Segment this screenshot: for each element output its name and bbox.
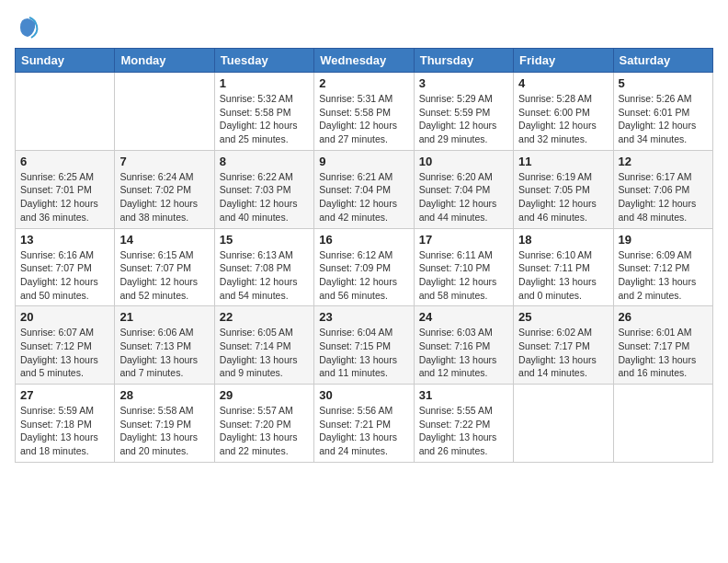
calendar-cell: 22Sunrise: 6:05 AMSunset: 7:14 PMDayligh…	[214, 306, 313, 385]
calendar-cell: 4Sunrise: 5:28 AMSunset: 6:00 PMDaylight…	[514, 73, 613, 151]
calendar-cell: 27Sunrise: 5:59 AMSunset: 7:18 PMDayligh…	[16, 385, 115, 463]
day-number: 12	[619, 155, 708, 168]
day-detail: Sunrise: 6:05 AMSunset: 7:14 PMDaylight:…	[220, 326, 309, 380]
calendar-cell: 28Sunrise: 5:58 AMSunset: 7:19 PMDayligh…	[115, 385, 214, 463]
calendar-cell: 13Sunrise: 6:16 AMSunset: 7:07 PMDayligh…	[16, 228, 115, 306]
calendar-cell: 20Sunrise: 6:07 AMSunset: 7:12 PMDayligh…	[16, 306, 115, 385]
calendar-cell: 3Sunrise: 5:29 AMSunset: 5:59 PMDaylight…	[414, 73, 513, 151]
weekday-header-sunday: Sunday	[16, 49, 115, 73]
day-detail: Sunrise: 6:06 AMSunset: 7:13 PMDaylight:…	[119, 326, 209, 380]
calendar-cell: 18Sunrise: 6:10 AMSunset: 7:11 PMDayligh…	[514, 228, 613, 306]
day-number: 21	[119, 310, 209, 324]
day-number: 20	[20, 310, 109, 324]
calendar-cell: 17Sunrise: 6:11 AMSunset: 7:10 PMDayligh…	[414, 228, 513, 306]
day-number: 22	[220, 310, 309, 324]
day-detail: Sunrise: 6:15 AMSunset: 7:07 PMDaylight:…	[119, 248, 209, 303]
day-detail: Sunrise: 6:21 AMSunset: 7:04 PMDaylight:…	[319, 170, 408, 224]
day-number: 1	[220, 76, 309, 90]
calendar-cell: 1Sunrise: 5:32 AMSunset: 5:58 PMDaylight…	[214, 73, 313, 151]
day-detail: Sunrise: 5:29 AMSunset: 5:59 PMDaylight:…	[419, 92, 508, 146]
calendar-cell: 21Sunrise: 6:06 AMSunset: 7:13 PMDayligh…	[115, 306, 214, 385]
day-detail: Sunrise: 5:58 AMSunset: 7:19 PMDaylight:…	[119, 404, 209, 458]
calendar-cell: 25Sunrise: 6:02 AMSunset: 7:17 PMDayligh…	[514, 306, 613, 385]
day-detail: Sunrise: 6:10 AMSunset: 7:11 PMDaylight:…	[518, 248, 608, 303]
day-number: 13	[20, 233, 109, 247]
weekday-header-wednesday: Wednesday	[314, 49, 414, 73]
day-number: 19	[619, 233, 708, 247]
calendar-cell: 2Sunrise: 5:31 AMSunset: 5:58 PMDaylight…	[314, 73, 414, 151]
day-detail: Sunrise: 5:57 AMSunset: 7:20 PMDaylight:…	[220, 404, 309, 458]
day-detail: Sunrise: 6:13 AMSunset: 7:08 PMDaylight:…	[220, 248, 309, 303]
day-detail: Sunrise: 6:04 AMSunset: 7:15 PMDaylight:…	[319, 326, 408, 380]
calendar-cell: 7Sunrise: 6:24 AMSunset: 7:02 PMDaylight…	[115, 150, 214, 228]
calendar-week-2: 6Sunrise: 6:25 AMSunset: 7:01 PMDaylight…	[16, 150, 713, 228]
day-detail: Sunrise: 6:24 AMSunset: 7:02 PMDaylight:…	[119, 170, 209, 224]
calendar-week-5: 27Sunrise: 5:59 AMSunset: 7:18 PMDayligh…	[16, 385, 713, 463]
day-number: 25	[518, 310, 608, 324]
calendar-table: SundayMondayTuesdayWednesdayThursdayFrid…	[15, 48, 713, 463]
calendar-cell: 26Sunrise: 6:01 AMSunset: 7:17 PMDayligh…	[613, 306, 712, 385]
day-number: 16	[319, 233, 408, 247]
day-number: 11	[518, 155, 608, 168]
day-detail: Sunrise: 5:56 AMSunset: 7:21 PMDaylight:…	[319, 404, 408, 458]
day-number: 8	[220, 155, 309, 168]
day-detail: Sunrise: 5:32 AMSunset: 5:58 PMDaylight:…	[220, 92, 309, 146]
calendar-cell: 30Sunrise: 5:56 AMSunset: 7:21 PMDayligh…	[314, 385, 414, 463]
weekday-header-thursday: Thursday	[414, 49, 513, 73]
calendar-cell	[115, 73, 214, 151]
calendar-week-1: 1Sunrise: 5:32 AMSunset: 5:58 PMDaylight…	[16, 73, 713, 151]
day-number: 29	[220, 388, 309, 402]
day-detail: Sunrise: 6:07 AMSunset: 7:12 PMDaylight:…	[20, 326, 109, 380]
weekday-header-tuesday: Tuesday	[214, 49, 313, 73]
calendar-week-3: 13Sunrise: 6:16 AMSunset: 7:07 PMDayligh…	[16, 228, 713, 306]
calendar-cell: 24Sunrise: 6:03 AMSunset: 7:16 PMDayligh…	[414, 306, 513, 385]
calendar-cell: 15Sunrise: 6:13 AMSunset: 7:08 PMDayligh…	[214, 228, 313, 306]
day-detail: Sunrise: 6:22 AMSunset: 7:03 PMDaylight:…	[220, 170, 309, 224]
calendar-cell: 5Sunrise: 5:26 AMSunset: 6:01 PMDaylight…	[613, 73, 712, 151]
calendar-header: SundayMondayTuesdayWednesdayThursdayFrid…	[16, 49, 713, 73]
day-number: 7	[119, 155, 209, 168]
calendar-cell: 6Sunrise: 6:25 AMSunset: 7:01 PMDaylight…	[16, 150, 115, 228]
day-number: 2	[319, 76, 408, 90]
calendar-body: 1Sunrise: 5:32 AMSunset: 5:58 PMDaylight…	[16, 73, 713, 463]
day-number: 28	[119, 388, 209, 402]
day-number: 5	[619, 76, 708, 90]
day-detail: Sunrise: 6:20 AMSunset: 7:04 PMDaylight:…	[419, 170, 508, 224]
calendar-cell: 8Sunrise: 6:22 AMSunset: 7:03 PMDaylight…	[214, 150, 313, 228]
day-detail: Sunrise: 6:19 AMSunset: 7:05 PMDaylight:…	[518, 170, 608, 224]
logo	[15, 15, 44, 40]
calendar-cell: 14Sunrise: 6:15 AMSunset: 7:07 PMDayligh…	[115, 228, 214, 306]
calendar-cell: 10Sunrise: 6:20 AMSunset: 7:04 PMDayligh…	[414, 150, 513, 228]
day-detail: Sunrise: 5:28 AMSunset: 6:00 PMDaylight:…	[518, 92, 608, 146]
weekday-header-friday: Friday	[514, 49, 613, 73]
calendar-cell: 9Sunrise: 6:21 AMSunset: 7:04 PMDaylight…	[314, 150, 414, 228]
day-number: 15	[220, 233, 309, 247]
day-detail: Sunrise: 5:59 AMSunset: 7:18 PMDaylight:…	[20, 404, 109, 458]
weekday-header-row: SundayMondayTuesdayWednesdayThursdayFrid…	[16, 49, 713, 73]
day-detail: Sunrise: 6:02 AMSunset: 7:17 PMDaylight:…	[518, 326, 608, 380]
day-number: 18	[518, 233, 608, 247]
page-header	[15, 15, 713, 40]
calendar-cell	[514, 385, 613, 463]
day-number: 26	[619, 310, 708, 324]
day-detail: Sunrise: 6:25 AMSunset: 7:01 PMDaylight:…	[20, 170, 109, 224]
day-detail: Sunrise: 5:55 AMSunset: 7:22 PMDaylight:…	[419, 404, 508, 458]
calendar-cell: 29Sunrise: 5:57 AMSunset: 7:20 PMDayligh…	[214, 385, 313, 463]
calendar-week-4: 20Sunrise: 6:07 AMSunset: 7:12 PMDayligh…	[16, 306, 713, 385]
day-detail: Sunrise: 6:12 AMSunset: 7:09 PMDaylight:…	[319, 248, 408, 303]
calendar-cell	[613, 385, 712, 463]
calendar-cell: 19Sunrise: 6:09 AMSunset: 7:12 PMDayligh…	[613, 228, 712, 306]
day-number: 17	[419, 233, 508, 247]
day-detail: Sunrise: 5:26 AMSunset: 6:01 PMDaylight:…	[619, 92, 708, 146]
day-number: 10	[419, 155, 508, 168]
day-detail: Sunrise: 6:17 AMSunset: 7:06 PMDaylight:…	[619, 170, 708, 224]
calendar-cell	[16, 73, 115, 151]
day-number: 6	[20, 155, 109, 168]
day-number: 27	[20, 388, 109, 402]
calendar-cell: 31Sunrise: 5:55 AMSunset: 7:22 PMDayligh…	[414, 385, 513, 463]
day-detail: Sunrise: 6:03 AMSunset: 7:16 PMDaylight:…	[419, 326, 508, 380]
day-detail: Sunrise: 6:09 AMSunset: 7:12 PMDaylight:…	[619, 248, 708, 303]
weekday-header-monday: Monday	[115, 49, 214, 73]
day-detail: Sunrise: 6:16 AMSunset: 7:07 PMDaylight:…	[20, 248, 109, 303]
day-detail: Sunrise: 5:31 AMSunset: 5:58 PMDaylight:…	[319, 92, 408, 146]
